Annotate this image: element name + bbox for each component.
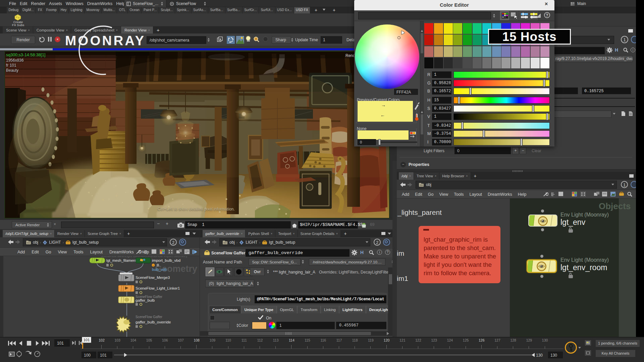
svg-text:SceneFlow_Light_Linker1: SceneFlow_Light_Linker1 xyxy=(136,286,180,290)
svg-text:gaffer_bulb: gaffer_bulb xyxy=(136,298,155,302)
svg-text:SceneFlow MeshLight Geometry: SceneFlow MeshLight Geometry xyxy=(101,256,147,258)
svg-text:bulb_vdb: bulb_vdb xyxy=(152,267,167,272)
svg-text:gaffer_bulb_override: gaffer_bulb_override xyxy=(136,320,171,324)
svg-text:import_bulb_vbd: import_bulb_vbd xyxy=(152,258,180,262)
svg-text:!: ! xyxy=(153,264,154,267)
svg-text:SceneFlow_Merge3: SceneFlow_Merge3 xyxy=(136,276,170,280)
svg-text:SceneFlow Gaffer: SceneFlow Gaffer xyxy=(136,315,163,319)
svg-text:lgt_mesh_filament: lgt_mesh_filament xyxy=(106,258,136,262)
svg-text:SceneFlow Import Geometry: SceneFlow Import Geometry xyxy=(147,256,187,258)
